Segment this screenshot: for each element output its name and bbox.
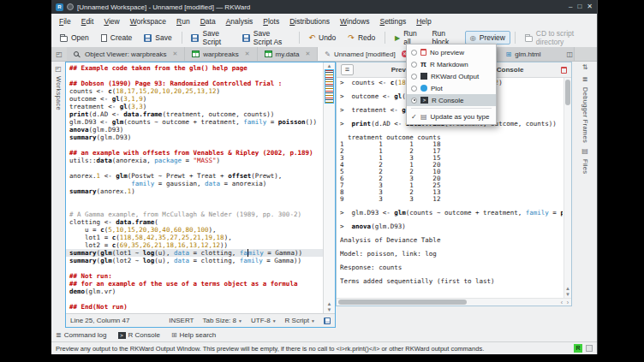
script-editor[interactable]: ## Example code taken from the glm() hel…: [65, 62, 336, 328]
scroll-down-icon[interactable]: ▼: [564, 292, 571, 297]
undo-button[interactable]: ↶Undo: [303, 31, 341, 45]
scroll-down-icon[interactable]: ▼: [324, 307, 335, 312]
redo-button[interactable]: ↷Redo: [343, 31, 380, 45]
titlebar[interactable]: R [Unnamed Workspace] - Unnamed [modifie…: [51, 0, 597, 14]
editor-body: ## Example code taken from the glm() hel…: [66, 62, 335, 313]
detach-view-button[interactable]: ◰: [51, 47, 67, 61]
code-line: demo(glm.vr): [69, 288, 323, 295]
status-corner-icon[interactable]: [586, 345, 593, 352]
code-line: # A Gamma example, from McCullagh & Neld…: [69, 211, 323, 218]
workspace-panel-icon[interactable]: ◰: [55, 65, 62, 73]
console-vscrollbar[interactable]: ▲ ▼: [564, 78, 571, 298]
code-line: u = c(5,10,15,20,30,40,60,80,100),: [69, 226, 323, 234]
menu-update-as-you-type[interactable]: ✓▤Update as you type: [407, 110, 496, 122]
swap-panes-icon[interactable]: ⇅: [582, 63, 588, 71]
menu-r-console[interactable]: >R Console: [407, 94, 496, 106]
console-icon: >: [420, 97, 428, 104]
undo-icon: ↶: [308, 33, 315, 42]
save-icon: [191, 34, 199, 42]
menu-no-preview[interactable]: No preview: [407, 46, 496, 58]
tab-object-viewer[interactable]: Object Viewer: warpbreaks✕: [67, 47, 185, 61]
editor-scrollbar-minimap[interactable]: ▲ ▲ ▼: [323, 62, 335, 313]
open-button[interactable]: Open: [55, 31, 94, 45]
menu-item-label: R Markdown: [430, 61, 468, 68]
tab-label: warpbreaks: [203, 50, 238, 58]
menu-settings[interactable]: Settings: [374, 15, 411, 27]
save-script-button[interactable]: Save Script: [186, 27, 235, 49]
menu-data[interactable]: Data: [195, 15, 221, 27]
tab-warpbreaks[interactable]: warpbreaks✕: [185, 47, 257, 61]
toolbar-button-label: Save: [155, 33, 171, 42]
new-file-icon: [101, 34, 107, 42]
create-button[interactable]: Create: [96, 31, 138, 45]
toolbar-separator: [385, 32, 385, 44]
bottom-tool-tabs: ≣Command log>R Console⊞Help search: [51, 329, 597, 341]
menu-item-label: Update as you type: [431, 113, 490, 121]
console-hscrollbar[interactable]: ‹ ›: [337, 298, 571, 306]
menu-windows[interactable]: Windows: [335, 15, 375, 27]
scroll-right-icon[interactable]: ›: [567, 299, 569, 306]
tab-unnamed[interactable]: ✎Unnamed [modified]✕: [318, 47, 415, 61]
tab-size-select[interactable]: Tab Size: 8▼: [202, 317, 242, 324]
insert-mode[interactable]: INSERT: [169, 317, 194, 324]
menu-analysis[interactable]: Analysis: [221, 15, 259, 27]
menu-file[interactable]: File: [54, 15, 76, 27]
preview-button[interactable]: ◎Preview: [465, 31, 510, 45]
workspace-panel-tab[interactable]: Workspace: [55, 76, 63, 110]
files-panel-tab[interactable]: Files: [581, 159, 589, 174]
debugger-frames-panel-tab[interactable]: Debugger Frames: [581, 87, 589, 143]
code-line: outcome <- gl(3,1,9): [69, 95, 323, 103]
tool-tab-command-log[interactable]: ≣Command log: [56, 331, 107, 339]
save-button[interactable]: Save: [139, 31, 176, 45]
minimap-thumb[interactable]: [325, 69, 334, 104]
minimize-button[interactable]: –: [569, 0, 572, 14]
scroll-up-icon[interactable]: ▲: [324, 301, 335, 306]
menu-view[interactable]: View: [98, 15, 124, 27]
statusbar: Preview any output to the RKWard Output …: [51, 341, 597, 354]
scroll-up-icon[interactable]: ▲: [324, 63, 335, 68]
split-view-button[interactable]: ◫: [566, 47, 573, 62]
close-button[interactable]: ✕: [587, 0, 593, 14]
window-title: [Unnamed Workspace] - Unnamed [modified]…: [77, 3, 250, 11]
tool-tab-help-search[interactable]: ⊞Help search: [171, 331, 216, 339]
editor-code-area[interactable]: ## Example code taken from the glm() hel…: [66, 62, 323, 313]
menu-distributions[interactable]: Distributions: [284, 15, 335, 27]
tab-mydata[interactable]: my.data✕: [258, 47, 319, 61]
tool-tab-r-console[interactable]: >R Console: [118, 331, 160, 339]
hamburger-menu-button[interactable]: ≡: [341, 64, 354, 75]
table-icon: [265, 50, 272, 57]
code-line: summary(glm(lot1 ~ log(u), data = clotti…: [66, 249, 323, 257]
tool-tab-label: Command log: [64, 331, 107, 339]
toolbar-separator: [182, 32, 182, 44]
filetype-select[interactable]: R Script▼: [285, 317, 315, 324]
save-status-icon[interactable]: [324, 317, 331, 324]
scroll-up-icon[interactable]: ▲: [564, 286, 571, 291]
menu-plots[interactable]: Plots: [258, 15, 284, 27]
encoding-select[interactable]: UTF-8▼: [251, 317, 277, 324]
hscroll-thumb[interactable]: [338, 300, 467, 305]
code-line: Response: counts: [340, 264, 563, 271]
save-icon: [144, 34, 152, 42]
menu-workspace[interactable]: Workspace: [125, 15, 171, 27]
vscroll-thumb[interactable]: [565, 80, 570, 105]
status-message: Preview any output to the RKWard Output …: [56, 345, 484, 353]
code-line: lot1 = c(118,58,42,35,27,25,21,19,18),: [69, 234, 323, 241]
close-tab-icon[interactable]: ✕: [172, 50, 177, 57]
trash-icon[interactable]: [561, 67, 567, 74]
menu-run[interactable]: Run: [171, 15, 195, 27]
close-tab-icon[interactable]: ✕: [305, 50, 310, 57]
menu-help[interactable]: Help: [411, 15, 436, 27]
menu-r-markdown[interactable]: πR Markdown: [407, 58, 496, 70]
scroll-left-icon[interactable]: ‹: [561, 299, 563, 306]
menu-rkward-output[interactable]: RKWard Output: [407, 70, 496, 82]
code-line: [69, 203, 323, 211]
save-script-as-button[interactable]: Save Script As: [237, 27, 295, 49]
cd-script-dir-button[interactable]: CD to script directory: [520, 27, 593, 49]
toolbar-button-label: CD to script directory: [536, 29, 588, 46]
menu-edit[interactable]: Edit: [76, 15, 99, 27]
close-tab-icon[interactable]: ✕: [245, 50, 250, 57]
radio-icon: [411, 50, 417, 56]
menu-plot[interactable]: Plot: [407, 82, 496, 94]
preview-icon: ◎: [470, 34, 476, 42]
maximize-button[interactable]: □: [577, 0, 581, 14]
